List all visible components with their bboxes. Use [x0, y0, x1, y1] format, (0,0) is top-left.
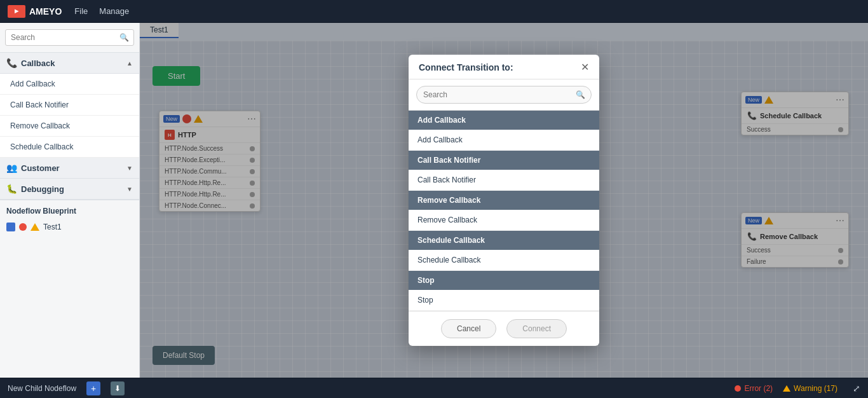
modal-header: Connect Transition to: ✕ — [409, 55, 599, 79]
sidebar-search-container: 🔍 — [0, 23, 139, 53]
modal-option-schedule-callback[interactable]: Schedule Callback — [409, 250, 599, 271]
topbar: ▶ AMEYO File Manage — [0, 0, 868, 23]
modal-connect-transition: Connect Transition to: ✕ 🔍 Add Callback … — [409, 55, 599, 346]
download-button[interactable]: ⬇ — [111, 381, 125, 395]
modal-category-schedule-callback: Schedule Callback — [409, 231, 599, 250]
bottombar: New Child Nodeflow + ⬇ Error (2) Warning… — [0, 378, 868, 398]
logo-icon: ▶ — [8, 5, 25, 18]
modal-search-input[interactable] — [416, 86, 592, 104]
menu-manage[interactable]: Manage — [99, 6, 129, 16]
blueprint-item-label: Test1 — [43, 223, 62, 231]
modal-option-stop[interactable]: Stop — [409, 290, 599, 311]
blueprint-yellow-triangle-icon — [31, 223, 39, 231]
blueprint-section-label: Nodeflow Blueprint — [0, 200, 139, 218]
customer-section-title: Customer — [21, 163, 123, 173]
modal-close-button[interactable]: ✕ — [581, 62, 589, 72]
status-error[interactable]: Error (2) — [735, 384, 773, 393]
modal-category-add-callback: Add Callback — [409, 111, 599, 130]
modal-option-add-callback[interactable]: Add Callback — [409, 130, 599, 151]
modal-category-callback-notifier: Call Back Notifier — [409, 151, 599, 170]
topbar-menu: File Manage — [74, 6, 129, 16]
blueprint-item-test1[interactable]: Test1 — [0, 218, 139, 236]
status-warning[interactable]: Warning (17) — [783, 384, 837, 393]
callback-section-icon: 📞 — [6, 58, 17, 68]
warning-triangle-icon — [783, 385, 790, 392]
debugging-chevron-icon: ▼ — [126, 186, 133, 193]
search-icon: 🔍 — [119, 33, 129, 42]
sidebar-item-schedule-callback[interactable]: Schedule Callback — [0, 137, 139, 158]
modal-overlay: Connect Transition to: ✕ 🔍 Add Callback … — [140, 23, 868, 378]
sidebar-section-customer[interactable]: 👥 Customer ▼ — [0, 158, 139, 179]
sidebar-section-debugging[interactable]: 🐛 Debugging ▼ — [0, 179, 139, 200]
callback-chevron-icon: ▲ — [126, 60, 133, 67]
modal-title: Connect Transition to: — [419, 62, 513, 72]
main-layout: 🔍 📞 Callback ▲ Add Callback Call Back No… — [0, 23, 868, 378]
modal-category-stop: Stop — [409, 271, 599, 290]
sidebar-item-remove-callback[interactable]: Remove Callback — [0, 116, 139, 137]
sidebar-item-callback-notifier[interactable]: Call Back Notifier — [0, 95, 139, 116]
app-logo: ▶ AMEYO — [8, 5, 62, 18]
debugging-section-title: Debugging — [21, 184, 123, 194]
modal-search-container: 🔍 — [409, 79, 599, 111]
modal-option-callback-notifier[interactable]: Call Back Notifier — [409, 170, 599, 191]
debugging-section-icon: 🐛 — [6, 184, 17, 194]
logo-text: AMEYO — [29, 6, 62, 17]
error-dot-icon — [735, 385, 741, 392]
search-input[interactable] — [5, 29, 134, 46]
modal-option-remove-callback[interactable]: Remove Callback — [409, 210, 599, 231]
sidebar-section-callback[interactable]: 📞 Callback ▲ — [0, 53, 139, 74]
expand-icon[interactable]: ⤢ — [853, 383, 860, 394]
sidebar: 🔍 📞 Callback ▲ Add Callback Call Back No… — [0, 23, 140, 378]
error-label: Error (2) — [744, 384, 773, 393]
customer-chevron-icon: ▼ — [126, 165, 133, 172]
blueprint-red-circle-icon — [19, 223, 27, 231]
add-child-nodeflow-button[interactable]: + — [86, 381, 100, 395]
modal-category-remove-callback: Remove Callback — [409, 191, 599, 210]
blueprint-blue-square-icon — [6, 223, 15, 231]
bottombar-status: Error (2) Warning (17) ⤢ — [735, 383, 860, 394]
bottombar-section-label: New Child Nodeflow — [8, 384, 76, 393]
modal-search-icon: 🔍 — [576, 90, 585, 99]
callback-section-title: Callback — [21, 58, 123, 68]
connect-button[interactable]: Connect — [506, 319, 567, 338]
modal-footer: Cancel Connect — [409, 311, 599, 346]
customer-section-icon: 👥 — [6, 163, 17, 173]
menu-file[interactable]: File — [74, 6, 88, 16]
cancel-button[interactable]: Cancel — [441, 319, 496, 338]
modal-list: Add Callback Add Callback Call Back Noti… — [409, 111, 599, 311]
sidebar-item-add-callback[interactable]: Add Callback — [0, 74, 139, 95]
warning-label: Warning (17) — [794, 384, 837, 393]
canvas-area: Test1 Start New ⋯ H HTTP HTTP.Nod — [140, 23, 868, 378]
